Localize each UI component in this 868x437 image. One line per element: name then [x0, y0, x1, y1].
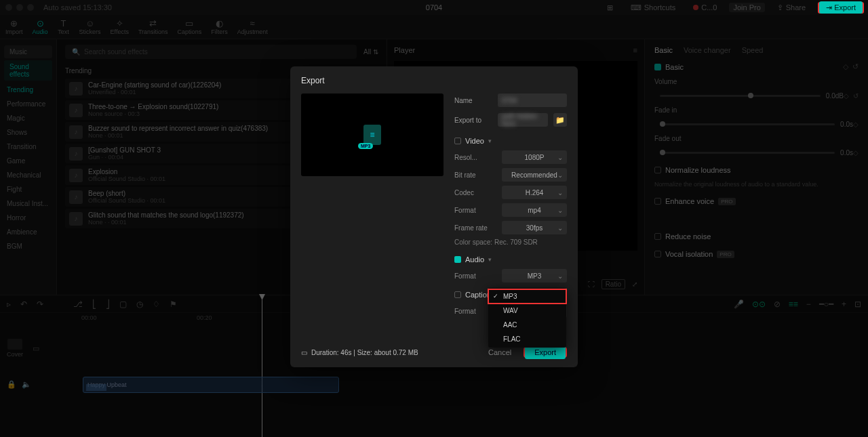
close-window-icon[interactable]: [5, 4, 12, 11]
tool-icon[interactable]: ⚑: [170, 299, 177, 309]
tool-import[interactable]: ⊕Import: [5, 18, 23, 35]
sidebar-item-mechanical[interactable]: Mechanical: [0, 168, 56, 182]
shortcuts-button[interactable]: ⌨ Shortcuts: [625, 2, 681, 14]
record-status[interactable]: C...0: [688, 2, 722, 13]
sidebar-sound-effects[interactable]: Sound effects: [4, 60, 52, 81]
zoom-in-icon[interactable]: +: [842, 299, 846, 309]
sidebar-item-ambience[interactable]: Ambience: [0, 225, 56, 239]
toggle-icon[interactable]: ≡≡: [789, 299, 798, 309]
fadein-slider[interactable]: [660, 123, 835, 125]
normalize-checkbox[interactable]: [654, 167, 661, 173]
export-button-top[interactable]: ⇥ Export: [819, 1, 863, 14]
resolution-select[interactable]: 1080P: [502, 150, 567, 164]
search-input[interactable]: 🔍Search sound effects: [65, 45, 357, 59]
share-button[interactable]: ⇪ Share: [772, 2, 811, 14]
tool-text[interactable]: TText: [58, 18, 70, 35]
tool-filters[interactable]: ◐Filters: [211, 18, 228, 35]
fit-icon[interactable]: ⊡: [854, 299, 861, 309]
sidebar-item-trending[interactable]: Trending: [0, 83, 56, 97]
pointer-tool-icon[interactable]: ▹: [7, 299, 11, 309]
sidebar-item-magic[interactable]: Magic: [0, 111, 56, 125]
maximize-window-icon[interactable]: [27, 4, 34, 11]
basic-checkbox[interactable]: [654, 64, 661, 70]
export-path-input[interactable]: path hidden here: [498, 113, 548, 127]
trim-left-icon[interactable]: ⎣: [92, 299, 96, 309]
cover-button[interactable]: Cover: [7, 339, 23, 358]
reset-icon[interactable]: ↺: [853, 92, 859, 100]
keyframe-icon[interactable]: ◇: [853, 121, 859, 128]
tool-stickers[interactable]: ☺Stickers: [79, 18, 101, 35]
zoom-slider[interactable]: ━○━: [819, 299, 833, 309]
volume-slider[interactable]: [660, 95, 821, 97]
tab-basic[interactable]: Basic: [654, 46, 673, 54]
tool-adjustment[interactable]: ≈Adjustment: [237, 18, 268, 35]
audio-sidebar: Music Sound effects Trending Performance…: [0, 39, 57, 295]
framerate-select[interactable]: 30fps: [502, 221, 567, 234]
crop-icon[interactable]: ⛶: [588, 280, 595, 288]
tab-speed[interactable]: Speed: [742, 46, 764, 54]
dropdown-option-aac[interactable]: AAC: [488, 318, 566, 332]
cancel-button[interactable]: Cancel: [481, 346, 518, 359]
colorspace-info: Color space: Rec. 709 SDR: [454, 238, 567, 246]
sidebar-item-musical[interactable]: Musical Inst...: [0, 196, 56, 211]
reduce-noise-checkbox[interactable]: [654, 233, 661, 240]
playhead[interactable]: [262, 295, 262, 437]
tool-icon[interactable]: ◷: [136, 299, 143, 309]
browse-folder-button[interactable]: 📁: [553, 113, 567, 127]
reset-icon[interactable]: ↺: [852, 62, 859, 71]
tab-voice-changer[interactable]: Voice changer: [684, 46, 731, 54]
video-format-select[interactable]: mp4: [502, 203, 567, 217]
lock-icon[interactable]: 🔒: [7, 380, 16, 389]
tool-effects[interactable]: ✧Effects: [111, 18, 129, 35]
delete-icon[interactable]: ▢: [119, 299, 127, 309]
fadeout-slider[interactable]: [660, 152, 835, 154]
dropdown-option-mp3[interactable]: MP3: [488, 289, 566, 304]
dropdown-option-wav[interactable]: WAV: [488, 304, 566, 318]
audio-clip[interactable]: Happy Upbeat: [83, 377, 339, 393]
tool-transitions[interactable]: ⇄Transitions: [138, 18, 168, 35]
review-button[interactable]: ⊞: [601, 2, 618, 14]
sidebar-item-transition[interactable]: Transition: [0, 140, 56, 154]
captions-export-checkbox[interactable]: [454, 291, 461, 298]
export-confirm-button[interactable]: Export: [525, 346, 566, 359]
video-export-checkbox[interactable]: [454, 138, 461, 144]
tool-audio[interactable]: ⊙Audio: [33, 18, 48, 35]
keyframe-icon[interactable]: ◇: [843, 62, 848, 71]
undo-icon[interactable]: ↶: [20, 299, 27, 309]
minimize-window-icon[interactable]: [16, 4, 23, 11]
sidebar-item-shows[interactable]: Shows: [0, 125, 56, 140]
mute-icon[interactable]: 🔈: [22, 380, 31, 389]
name-input[interactable]: 0704: [498, 93, 567, 107]
sidebar-item-game[interactable]: Game: [0, 154, 56, 168]
codec-select[interactable]: H.264: [502, 186, 567, 199]
audio-export-checkbox[interactable]: [454, 256, 461, 263]
sidebar-item-performance[interactable]: Performance: [0, 97, 56, 111]
fullscreen-icon[interactable]: ⤢: [632, 280, 637, 288]
zoom-out-icon[interactable]: −: [806, 299, 811, 309]
bitrate-select[interactable]: Recommended: [502, 168, 567, 182]
filter-all[interactable]: All ⇅: [363, 48, 378, 56]
ratio-button[interactable]: Ratio: [601, 279, 625, 289]
toggle-icon[interactable]: ⊙⊙: [752, 299, 766, 309]
split-icon[interactable]: ⎇: [73, 299, 83, 309]
enhance-checkbox[interactable]: [654, 198, 661, 205]
trim-right-icon[interactable]: ⎦: [106, 299, 110, 309]
keyframe-icon[interactable]: ◇: [844, 92, 849, 100]
vocal-isolation-checkbox[interactable]: [654, 251, 661, 257]
tool-captions[interactable]: ▭Captions: [178, 18, 202, 35]
redo-icon[interactable]: ↷: [37, 299, 43, 309]
mic-icon[interactable]: 🎤: [734, 299, 744, 309]
filters-icon: ◐: [213, 18, 225, 28]
dropdown-option-flac[interactable]: FLAC: [488, 332, 566, 346]
sidebar-item-bgm[interactable]: BGM: [0, 239, 56, 253]
sidebar-music[interactable]: Music: [4, 45, 52, 58]
join-pro-button[interactable]: Join Pro: [729, 3, 764, 12]
toggle-icon[interactable]: ⊘: [774, 299, 781, 309]
player-menu-icon[interactable]: ≡: [633, 46, 637, 54]
tool-icon[interactable]: ♢: [153, 299, 160, 309]
keyframe-icon[interactable]: ◇: [853, 149, 859, 157]
sidebar-item-fight[interactable]: Fight: [0, 182, 56, 196]
add-track-icon[interactable]: ▭: [33, 344, 39, 353]
sidebar-item-horror[interactable]: Horror: [0, 211, 56, 225]
audio-format-select[interactable]: MP3: [502, 269, 567, 283]
